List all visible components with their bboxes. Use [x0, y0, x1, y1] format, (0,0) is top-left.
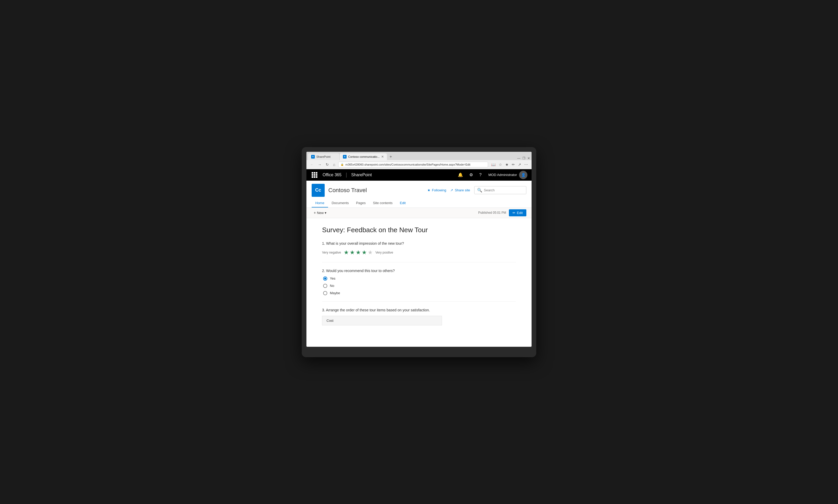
browser-chrome: S SharePoint S Contoso communicatio... ✕…: [306, 152, 532, 169]
published-text: Published 05:01 PM: [478, 211, 506, 215]
q2-number: 2.: [322, 269, 325, 273]
star-5[interactable]: ★: [368, 249, 373, 256]
q3-label: Arrange the order of these tour items ba…: [326, 308, 430, 312]
drag-item-cost-label: Cost: [326, 319, 334, 323]
bookmark-btn[interactable]: ☆: [498, 162, 503, 167]
user-avatar: 👤: [519, 171, 527, 179]
nav-home[interactable]: Home: [312, 199, 328, 208]
forward-btn[interactable]: →: [317, 162, 323, 167]
question-2-block: 2. Would you recommend this tour to othe…: [322, 269, 516, 302]
bell-icon: 🔔: [458, 172, 463, 177]
close-btn[interactable]: ✕: [527, 157, 530, 160]
grid-icon: [312, 172, 318, 178]
plus-icon: +: [314, 211, 316, 215]
share-btn[interactable]: ↗: [517, 162, 522, 167]
share-label: Share site: [455, 188, 470, 192]
drag-item-cost[interactable]: Cost: [322, 316, 442, 325]
survey-title: Survey: Feedback on the New Tour: [322, 226, 516, 234]
new-tab-button[interactable]: +: [388, 153, 394, 160]
edit-pencil-icon: ✏: [513, 211, 515, 215]
tab-favicon-1: S: [311, 155, 315, 159]
star-icon: ★: [427, 188, 430, 192]
radio-yes[interactable]: Yes: [323, 276, 516, 281]
radio-maybe-label: Maybe: [330, 291, 340, 295]
rating-row: Very negative ★ ★ ★ ★ ★ Very positive: [322, 249, 516, 256]
app-bar-actions: 🔔 ⚙ ?: [455, 171, 484, 179]
tab-close-btn[interactable]: ✕: [381, 155, 384, 159]
question-2-text: 2. Would you recommend this tour to othe…: [322, 269, 516, 273]
home-btn[interactable]: ⌂: [332, 162, 336, 167]
share-icon: ↗: [450, 188, 453, 192]
tab-label-1: SharePoint: [317, 155, 330, 158]
command-bar: + New ▾ Published 05:01 PM ✏ Edit: [306, 208, 532, 218]
nav-edit[interactable]: Edit: [396, 199, 409, 208]
radio-yes-inner: [324, 277, 326, 280]
url-input[interactable]: [345, 163, 486, 166]
q1-number: 1.: [322, 241, 325, 246]
settings-btn[interactable]: ⚙: [467, 171, 476, 179]
star-3[interactable]: ★: [356, 249, 361, 256]
maximize-btn[interactable]: ❐: [523, 157, 525, 160]
browser-controls: ← → ↻ ⌂ 🔒 📖 ☆ ★ ✏ ↗ ⋯: [306, 160, 532, 169]
question-3-text: 3. Arrange the order of these tour items…: [322, 308, 516, 312]
q2-label: Would you recommend this tour to others?: [326, 269, 395, 273]
more-btn[interactable]: ⋯: [523, 162, 529, 167]
new-btn[interactable]: + New ▾: [312, 209, 329, 216]
radio-no-circle: [323, 284, 327, 288]
app-bar: Office 365 | SharePoint 🔔 ⚙ ? MOD Admini…: [306, 169, 532, 181]
window-controls: — ❐ ✕: [517, 157, 530, 160]
help-icon: ?: [479, 173, 481, 177]
site-search-box[interactable]: 🔍: [474, 186, 526, 194]
user-section[interactable]: MOD Administrator 👤: [488, 171, 527, 179]
app-title: Office 365: [323, 173, 342, 177]
edit-btn-label: Edit: [517, 211, 523, 215]
browser-tab-1[interactable]: S SharePoint: [308, 153, 339, 160]
lock-icon: 🔒: [341, 163, 344, 166]
app-divider: |: [346, 172, 347, 178]
notifications-btn[interactable]: 🔔: [455, 171, 466, 179]
site-header-actions: ★ Following ↗ Share site 🔍: [427, 186, 526, 194]
star-2[interactable]: ★: [350, 249, 355, 256]
browser-screen: S SharePoint S Contoso communicatio... ✕…: [306, 152, 532, 347]
user-name: MOD Administrator: [488, 173, 517, 177]
radio-maybe-circle: [323, 291, 327, 295]
new-label: New: [317, 211, 324, 215]
star-4[interactable]: ★: [362, 249, 367, 256]
nav-site-contents[interactable]: Site contents: [369, 199, 396, 208]
reading-mode-btn[interactable]: 📖: [490, 162, 497, 167]
address-bar: 🔒: [338, 162, 488, 167]
rating-label-negative: Very negative: [322, 251, 341, 254]
rating-label-positive: Very positive: [375, 251, 393, 254]
minimize-btn[interactable]: —: [517, 157, 520, 160]
reload-btn[interactable]: ↻: [325, 162, 330, 167]
radio-yes-circle: [323, 276, 327, 281]
site-header: Cc Contoso Travel ★ Following ↗ Share si…: [306, 181, 532, 208]
back-btn[interactable]: ←: [309, 162, 315, 167]
browser-tab-2[interactable]: S Contoso communicatio... ✕: [340, 153, 387, 160]
star-rating[interactable]: ★ ★ ★ ★ ★: [344, 249, 373, 256]
help-btn[interactable]: ?: [477, 171, 484, 179]
radio-yes-label: Yes: [330, 276, 335, 281]
app-launcher-btn[interactable]: [311, 171, 319, 179]
question-3-block: 3. Arrange the order of these tour items…: [322, 308, 516, 333]
site-nav: Home Documents Pages Site contents Edit: [312, 199, 526, 208]
browser-actions: 📖 ☆ ★ ✏ ↗ ⋯: [490, 162, 529, 167]
search-input[interactable]: [484, 188, 524, 192]
edit-page-btn[interactable]: ✏ Edit: [509, 209, 526, 216]
following-label: Following: [432, 188, 446, 192]
radio-no[interactable]: No: [323, 284, 516, 288]
radio-group: Yes No Maybe: [323, 276, 516, 295]
tab-label-2: Contoso communicatio...: [348, 155, 380, 158]
following-btn[interactable]: ★ Following: [427, 188, 446, 192]
share-site-btn[interactable]: ↗ Share site: [450, 188, 470, 192]
search-icon: 🔍: [477, 188, 482, 193]
nav-documents[interactable]: Documents: [328, 199, 353, 208]
favorites-btn[interactable]: ★: [504, 162, 510, 167]
pen-btn[interactable]: ✏: [511, 162, 516, 167]
nav-pages[interactable]: Pages: [352, 199, 369, 208]
star-1[interactable]: ★: [344, 249, 349, 256]
site-logo: Cc: [312, 184, 325, 197]
radio-no-label: No: [330, 284, 334, 288]
radio-maybe[interactable]: Maybe: [323, 291, 516, 295]
avatar-icon: 👤: [521, 173, 526, 177]
